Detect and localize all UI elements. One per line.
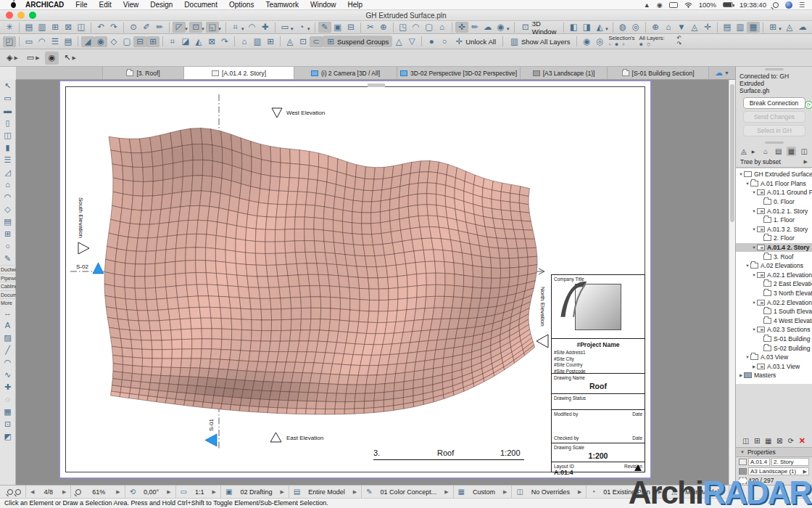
expand-arrow-icon[interactable]: ▼: [738, 172, 744, 176]
layout-book-icon[interactable]: ▤: [721, 22, 734, 33]
zoom-extents-icon[interactable]: ⊕: [649, 22, 662, 33]
properties-header[interactable]: ▼Properties: [736, 447, 812, 457]
zone-filter-icon[interactable]: ◇: [107, 36, 120, 47]
multiply-icon[interactable]: ⊠: [205, 36, 218, 47]
hatch-icon[interactable]: ▤: [62, 36, 75, 47]
slab-tool-icon[interactable]: ◿: [1, 166, 15, 179]
publisher-icon[interactable]: ◫: [799, 147, 809, 156]
spotlight-icon[interactable]: [773, 2, 779, 8]
box-edit-icon[interactable]: ▢: [423, 22, 436, 33]
drawing-tool-icon[interactable]: ▦: [1, 406, 15, 418]
prev-layout-icon[interactable]: ◀: [30, 489, 34, 495]
property-layout-name[interactable]: 2. Story: [771, 458, 809, 466]
autogroup-icon[interactable]: ⊂: [310, 36, 323, 47]
layer-combination-segment[interactable]: ▣02 Drafting▶: [221, 486, 289, 499]
view-box-icon[interactable]: ◨: [580, 22, 593, 33]
chevron-down-icon[interactable]: ▼: [290, 27, 294, 31]
tree-by-subset-dropdown[interactable]: Tree by subset▶: [736, 157, 812, 168]
elevation-view-icon[interactable]: ◬: [688, 22, 701, 33]
object-tool-icon[interactable]: ✎: [1, 253, 15, 265]
menu-archicad[interactable]: ARCHICAD: [20, 1, 70, 9]
expand-arrow-icon[interactable]: ▼: [751, 227, 757, 232]
teamwork-send-icon[interactable]: ◬: [783, 22, 796, 33]
send-changes-button[interactable]: Send Changes: [743, 111, 805, 123]
dimension-tool-icon[interactable]: ↔: [1, 307, 15, 319]
tree-item[interactable]: ▼A.02.3 Sections: [736, 325, 812, 335]
book-icon[interactable]: ▥: [251, 36, 264, 47]
split-icon[interactable]: ✂: [364, 22, 377, 33]
hotspot-tool-icon[interactable]: ✚: [1, 381, 15, 393]
wifi-icon[interactable]: [684, 2, 692, 8]
unlock-all-button[interactable]: ✛Unlock All: [451, 36, 500, 47]
elevate-icon[interactable]: ⌂: [238, 36, 251, 47]
undo-icon[interactable]: ↶: [94, 22, 107, 33]
rotate-view-segment[interactable]: ⟲0,00°▶: [125, 486, 176, 499]
open-project-icon[interactable]: ▥: [36, 22, 49, 33]
menu-document[interactable]: Document: [178, 1, 223, 9]
tree-item[interactable]: 0. Floor: [736, 197, 812, 207]
inject-parameters-icon[interactable]: ✐: [140, 22, 153, 33]
camera-home-icon[interactable]: ⌂: [662, 22, 675, 33]
property-layout-id[interactable]: A.01.4: [748, 458, 770, 466]
shell-tool-icon[interactable]: ◠: [1, 191, 15, 203]
line-tool-icon[interactable]: ╱: [1, 344, 15, 356]
curtain-wall-tool-icon[interactable]: ⊞: [1, 228, 15, 240]
chevron-down-icon[interactable]: ▼: [307, 27, 311, 31]
arc-edit-icon[interactable]: ◠: [410, 22, 423, 33]
delete-item-icon[interactable]: ✕: [798, 436, 807, 446]
lock-icon[interactable]: ●: [425, 36, 438, 47]
arrow-cursor-button[interactable]: ↖▶: [60, 52, 80, 65]
pen-set-segment[interactable]: ✎01 Color Concept...▶: [362, 486, 453, 499]
zoom-ratio-segment[interactable]: ▭1:1▶: [176, 486, 221, 499]
expand-arrow-icon[interactable]: ▼: [751, 245, 757, 250]
tree-item[interactable]: ▶Masters: [736, 371, 812, 380]
backup-icon[interactable]: ◉: [657, 1, 663, 9]
chevron-down-icon[interactable]: ▼: [241, 27, 245, 31]
guide-lines-icon[interactable]: ◠: [246, 22, 259, 33]
view-left-icon[interactable]: ◧: [567, 22, 580, 33]
explore-model-icon[interactable]: ◎: [629, 22, 642, 33]
chevron-down-icon[interactable]: ▼: [218, 27, 222, 31]
expand-arrow-icon[interactable]: ▼: [751, 327, 757, 332]
door-tool-icon[interactable]: ▯: [1, 117, 15, 129]
tree-item[interactable]: ▼A.01 Floor Plans: [736, 179, 812, 189]
close-icon[interactable]: ◫: [75, 22, 88, 33]
tree-item[interactable]: 3. Roof: [736, 252, 812, 261]
section-tool-icon[interactable]: ⊡: [1, 418, 15, 430]
tree-item[interactable]: 1. Floor: [736, 216, 812, 225]
menu-edit[interactable]: Edit: [93, 1, 117, 9]
menu-window[interactable]: Window: [304, 1, 342, 9]
menu-design[interactable]: Design: [144, 1, 178, 9]
stair-tool-icon[interactable]: ▤: [1, 216, 15, 228]
next-layout-icon[interactable]: ▶: [62, 489, 66, 495]
fill-tool-icon[interactable]: ▨: [1, 332, 15, 344]
all-layers-toggle-icon[interactable]: ●: [639, 41, 643, 47]
view-tab-4[interactable]: 3D-02 Perspective [3D-02 Perspective]: [397, 67, 521, 79]
split-groups-icon[interactable]: ⊞: [264, 36, 277, 47]
tab-overflow-control[interactable]: ☁▼: [709, 67, 735, 79]
layer-quick-icon[interactable]: ◎: [593, 36, 606, 47]
marquee-tool-icon[interactable]: ▭: [1, 92, 15, 105]
arrow-tool-icon[interactable]: ↖: [1, 80, 15, 92]
notification-center-icon[interactable]: ☰: [799, 1, 805, 9]
home-story-icon[interactable]: ⌂: [436, 22, 449, 33]
tree-item[interactable]: ▼GH Extruded Surface: [736, 170, 812, 179]
layout-copy-icon[interactable]: ▥: [734, 22, 747, 33]
menu-teamwork[interactable]: Teamwork: [260, 1, 304, 9]
unlock-icon[interactable]: ○: [438, 36, 451, 47]
zoom-out-icon[interactable]: [7, 489, 13, 495]
chevron-down-icon[interactable]: ▼: [778, 27, 782, 31]
mirror-icon[interactable]: ◭: [192, 36, 205, 47]
renovation-filter-segment[interactable]: ◔01 Existing Plan▶: [587, 486, 667, 499]
column-tool-icon[interactable]: ▮: [1, 142, 15, 154]
edit-elements-icon[interactable]: ✏: [468, 22, 481, 33]
drag-icon[interactable]: ⌗: [166, 36, 179, 47]
bimcloud-icon[interactable]: ☁: [481, 22, 494, 33]
expand-arrow-icon[interactable]: ▶: [738, 373, 744, 377]
zoom-level[interactable]: 61%▶: [71, 486, 125, 499]
send-backward-icon[interactable]: ▽: [405, 36, 418, 47]
marquee-filter-icon[interactable]: ▢: [120, 36, 133, 47]
arrows-icon[interactable]: ⊞: [146, 36, 160, 47]
save-icon[interactable]: ⊞: [49, 22, 62, 33]
virtual-trace-icon[interactable]: ▣: [331, 22, 344, 33]
